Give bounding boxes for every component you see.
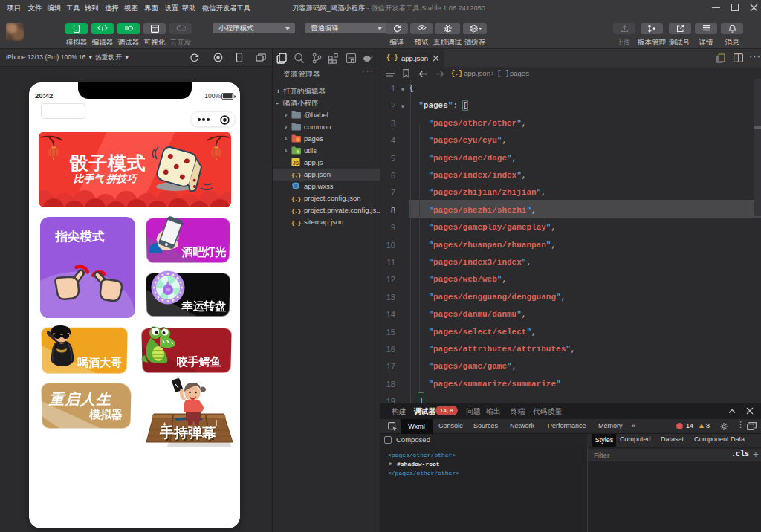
svg-text:JS: JS	[293, 160, 299, 166]
svg-text:手持弹幕: 手持弹幕	[159, 425, 216, 441]
